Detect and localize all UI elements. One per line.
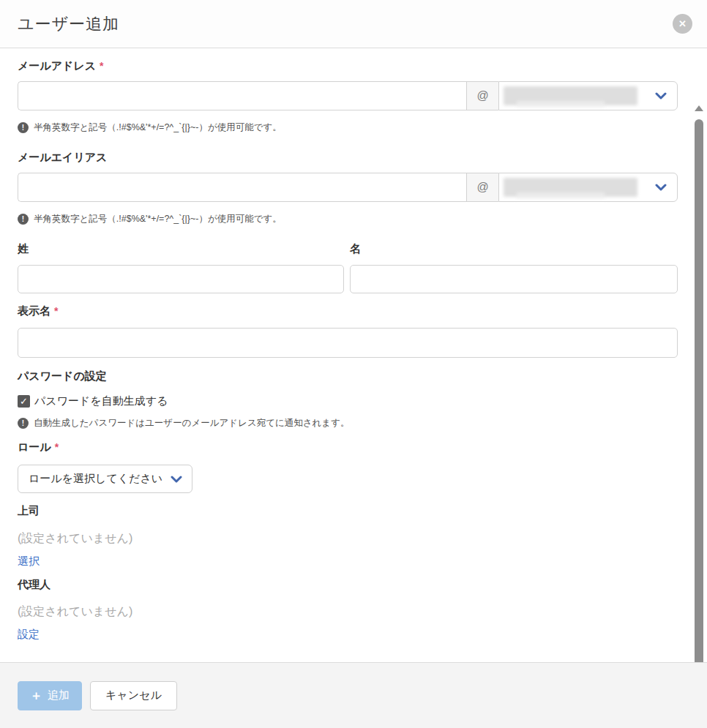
- info-icon: !: [18, 418, 29, 429]
- display-name-input[interactable]: [18, 328, 678, 358]
- scrollbar[interactable]: [693, 97, 704, 662]
- at-symbol: @: [466, 81, 498, 110]
- at-symbol: @: [466, 173, 498, 202]
- alias-helper: ! 半角英数字と記号（.!#$%&'*+/=?^_`{|}~-）が使用可能です。: [18, 212, 678, 226]
- close-icon: ✕: [678, 19, 687, 29]
- required-asterisk: *: [55, 441, 59, 453]
- display-name-label: 表示名*: [18, 305, 678, 317]
- alias-row: @: [18, 173, 678, 202]
- info-icon: !: [18, 122, 29, 133]
- supervisor-select-link[interactable]: 選択: [18, 555, 40, 568]
- cancel-button-label: キャンセル: [105, 688, 162, 702]
- add-button-label: 追加: [48, 688, 70, 702]
- first-name-label: 名: [350, 243, 678, 255]
- email-domain-redacted: [504, 86, 637, 105]
- dialog-header: ユーザー追加 ✕: [0, 0, 707, 48]
- chevron-down-icon: [655, 92, 667, 100]
- plus-icon: ＋: [30, 689, 42, 702]
- proxy-set-link[interactable]: 設定: [18, 628, 40, 641]
- auto-generate-password-option[interactable]: ✓ パスワードを自動生成する: [18, 394, 678, 408]
- dialog-body: メールアドレス* @ ! 半角英数字と記号（.!#$%&'*+/=?^_`{|}…: [0, 48, 707, 662]
- supervisor-heading: 上司: [18, 505, 678, 517]
- email-helper-text: 半角英数字と記号（.!#$%&'*+/=?^_`{|}~-）が使用可能です。: [34, 121, 282, 134]
- required-asterisk: *: [100, 60, 103, 72]
- email-helper: ! 半角英数字と記号（.!#$%&'*+/=?^_`{|}~-）が使用可能です。: [18, 121, 678, 135]
- close-button[interactable]: ✕: [673, 14, 692, 34]
- name-labels-row: 姓 名: [18, 243, 678, 255]
- password-section-heading: パスワードの設定: [18, 370, 678, 382]
- email-domain-select[interactable]: [498, 81, 678, 110]
- last-name-label: 姓: [18, 243, 344, 255]
- supervisor-empty-text: (設定されていません): [18, 531, 678, 545]
- email-label: メールアドレス*: [18, 60, 678, 72]
- info-icon: !: [18, 214, 29, 225]
- auto-generate-password-label: パスワードを自動生成する: [34, 394, 168, 408]
- alias-domain-redacted: [504, 178, 637, 197]
- email-local-input[interactable]: [18, 81, 466, 110]
- last-name-input[interactable]: [18, 265, 344, 293]
- proxy-heading: 代理人: [18, 579, 678, 590]
- password-helper-text: 自動生成したパスワードはユーザーのメールアドレス宛てに通知されます。: [34, 417, 349, 429]
- alias-local-input[interactable]: [18, 173, 466, 202]
- role-label: ロール*: [18, 441, 678, 453]
- dialog-title: ユーザー追加: [18, 13, 119, 35]
- proxy-empty-text: (設定されていません): [18, 604, 678, 618]
- alias-helper-text: 半角英数字と記号（.!#$%&'*+/=?^_`{|}~-）が使用可能です。: [34, 213, 282, 225]
- email-row: @: [18, 81, 678, 110]
- role-select[interactable]: ロールを選択してください: [18, 465, 192, 493]
- checkbox-checked-icon[interactable]: ✓: [18, 395, 30, 408]
- first-name-input[interactable]: [350, 265, 678, 293]
- cancel-button[interactable]: キャンセル: [90, 681, 177, 710]
- dialog-footer: ＋ 追加 キャンセル: [0, 662, 707, 728]
- scroll-up-arrow-icon[interactable]: [695, 105, 703, 111]
- chevron-down-icon: [655, 184, 667, 191]
- password-helper: ! 自動生成したパスワードはユーザーのメールアドレス宛てに通知されます。: [18, 416, 678, 430]
- alias-domain-select[interactable]: [498, 173, 678, 202]
- role-select-text: ロールを選択してください: [29, 472, 162, 486]
- name-inputs-row: [18, 265, 678, 293]
- required-asterisk: *: [54, 305, 58, 317]
- add-button[interactable]: ＋ 追加: [18, 681, 82, 710]
- add-user-dialog: ユーザー追加 ✕ メールアドレス* @ ! 半角英数字と記号（.!#$%&'*+…: [0, 0, 707, 728]
- alias-label: メールエイリアス: [18, 151, 678, 163]
- scrollbar-thumb[interactable]: [695, 119, 703, 662]
- chevron-down-icon: [171, 476, 182, 483]
